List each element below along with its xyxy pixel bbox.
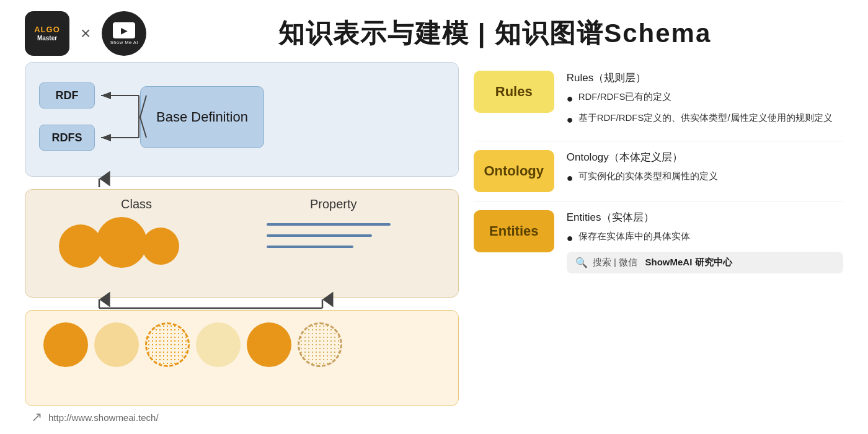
entities-info-text: Entities（实体层） ● 保存在实体库中的具体实体 🔍 搜索 | 微信 S… xyxy=(567,210,843,273)
entities-circles xyxy=(43,322,342,367)
search-bar[interactable]: 🔍 搜索 | 微信 ShowMeAI 研究中心 xyxy=(567,252,843,273)
entity-circle-3 xyxy=(145,322,190,367)
property-line-2 xyxy=(267,234,372,237)
entities-title: Entities（实体层） xyxy=(567,210,843,224)
svg-line-3 xyxy=(140,117,146,138)
rules-bullet-1-text: RDF/RDFS已有的定义 xyxy=(578,90,672,104)
class-circle-large xyxy=(96,217,147,268)
entities-bullet-1-text: 保存在实体库中的具体实体 xyxy=(578,229,690,244)
search-placeholder: 搜索 | 微信 ShowMeAI 研究中心 xyxy=(593,257,732,268)
diagram-area: RDF RDFS Base Definition xyxy=(25,62,461,409)
entity-circle-6 xyxy=(298,322,342,367)
rules-bullet-2-text: 基于RDF/RDFS定义的、供实体类型/属性定义使用的规则定义 xyxy=(578,111,833,125)
ontology-info-section: Ontology Ontology（本体定义层） ● 可实例化的实体类型和属性的… xyxy=(474,141,843,202)
algo-master-logo: ALGO Master xyxy=(25,11,69,56)
logo-area: ALGO Master × Show Me AI xyxy=(25,11,146,56)
entities-bullet-1: ● 保存在实体库中的具体实体 xyxy=(567,229,843,247)
rules-arrows-svg xyxy=(25,63,459,177)
bullet-dot-4: ● xyxy=(567,230,574,247)
entities-tag: Entities xyxy=(474,210,554,252)
ontology-bullet-1-text: 可实例化的实体类型和属性的定义 xyxy=(578,169,718,184)
bullet-dot-2: ● xyxy=(567,112,574,128)
svg-line-2 xyxy=(140,95,146,117)
rules-tag: Rules xyxy=(474,71,554,113)
cross-icon: × xyxy=(81,24,91,43)
rules-bullet-2: ● 基于RDF/RDFS定义的、供实体类型/属性定义使用的规则定义 xyxy=(567,111,843,128)
master-text: Master xyxy=(37,35,57,42)
property-label: Property xyxy=(310,197,357,211)
screen-icon xyxy=(113,22,135,38)
entity-circle-5 xyxy=(247,322,291,367)
bullet-dot-3: ● xyxy=(567,170,574,187)
rules-info-section: Rules Rules（规则层） ● RDF/RDFS已有的定义 ● 基于RDF… xyxy=(474,62,843,141)
property-line-1 xyxy=(267,223,391,226)
header: ALGO Master × Show Me AI 知识表示与建模 | 知识图谱S… xyxy=(0,0,868,62)
rules-bullet-1: ● RDF/RDFS已有的定义 xyxy=(567,90,843,107)
search-bold-text: ShowMeAI 研究中心 xyxy=(645,257,732,267)
page-title: 知识表示与建模 | 知识图谱Schema xyxy=(146,16,843,51)
info-panel: Rules Rules（规则层） ● RDF/RDFS已有的定义 ● 基于RDF… xyxy=(474,62,843,415)
bullet-dot-1: ● xyxy=(567,91,574,107)
showme-logo: Show Me AI xyxy=(102,11,146,56)
showme-text: Show Me AI xyxy=(110,40,138,45)
rules-title: Rules（规则层） xyxy=(567,71,843,85)
entities-info-section: Entities Entities（实体层） ● 保存在实体库中的具体实体 🔍 … xyxy=(474,202,843,282)
entity-circle-4 xyxy=(196,322,241,367)
entity-circle-1 xyxy=(43,322,88,367)
rules-info-text: Rules（规则层） ● RDF/RDFS已有的定义 ● 基于RDF/RDFS定… xyxy=(567,71,843,132)
entity-circle-2 xyxy=(94,322,139,367)
property-line-3 xyxy=(267,246,353,248)
ontology-tag: Ontology xyxy=(474,150,554,192)
algo-text: ALGO xyxy=(34,25,60,35)
rules-layer-box: RDF RDFS Base Definition xyxy=(25,62,459,177)
search-icon: 🔍 xyxy=(575,257,588,268)
class-label: Class xyxy=(121,197,152,211)
content-area: RDF RDFS Base Definition xyxy=(0,62,868,415)
property-lines xyxy=(267,223,391,257)
ontology-info-text: Ontology（本体定义层） ● 可实例化的实体类型和属性的定义 xyxy=(567,150,843,190)
class-circle-medium xyxy=(142,228,179,265)
ontology-bullet-1: ● 可实例化的实体类型和属性的定义 xyxy=(567,169,843,187)
footer: ↗ http://www.showmeai.tech/ xyxy=(31,409,159,425)
cursor-icon: ↗ xyxy=(31,409,42,425)
footer-url: http://www.showmeai.tech/ xyxy=(48,412,159,423)
ontology-title: Ontology（本体定义层） xyxy=(567,150,843,164)
class-circles xyxy=(59,217,179,268)
